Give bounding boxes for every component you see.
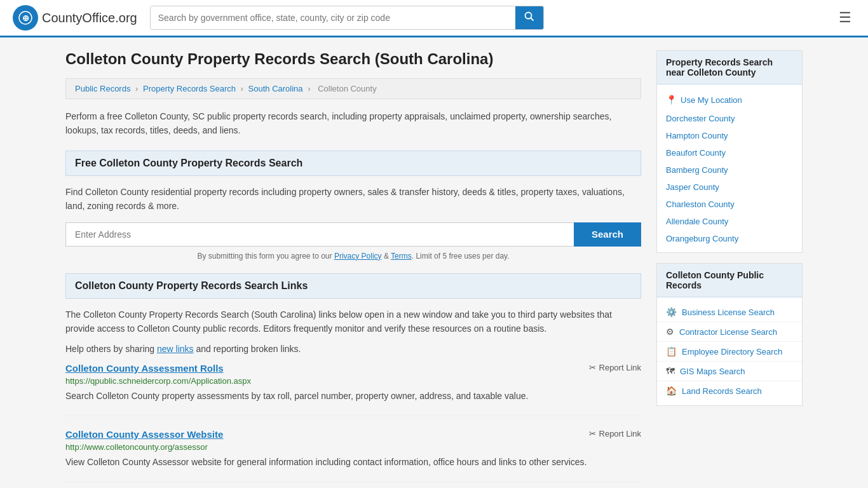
logo-text: CountyOffice.org	[42, 11, 137, 25]
sidebar-item-dorchester[interactable]: Dorchester County	[657, 110, 802, 127]
nearby-section-header: Property Records Search near Colleton Co…	[657, 51, 802, 85]
scissors-icon-2: ✂	[589, 429, 596, 438]
public-records-section: Colleton County Public Records ⚙️ Busine…	[656, 263, 803, 406]
breadcrumb-current: Colleton County	[318, 84, 377, 93]
breadcrumb-public-records[interactable]: Public Records	[75, 84, 130, 93]
links-section: Colleton County Property Records Search …	[65, 273, 641, 482]
link-card-assessment-rolls: Colleton County Assessment Rolls ✂ Repor…	[65, 363, 641, 416]
share-text: Help others by sharing new links and rep…	[65, 342, 641, 356]
links-section-intro: The Colleton County Property Records Sea…	[65, 308, 641, 336]
global-search-bar	[150, 6, 544, 30]
public-records-list: ⚙️ Business License Search ⚙ Contractor …	[657, 297, 802, 405]
public-records-section-header: Colleton County Public Records	[657, 264, 802, 297]
sidebar-item-allendale[interactable]: Allendale County	[657, 213, 802, 230]
global-search-input[interactable]	[151, 6, 515, 29]
sidebar-item-charleston[interactable]: Charleston County	[657, 196, 802, 213]
nearby-list: 📍 Use My Location Dorchester County Hamp…	[657, 85, 802, 252]
svg-point-2	[525, 13, 531, 19]
home-icon: 🏠	[666, 386, 677, 396]
link-url-0[interactable]: https://qpublic.schneidercorp.com/Applic…	[65, 376, 641, 386]
breadcrumb-property-records-search[interactable]: Property Records Search	[143, 84, 236, 93]
gear-icon-1: ⚙️	[666, 307, 677, 317]
sidebar: Property Records Search near Colleton Co…	[656, 50, 803, 488]
terms-link[interactable]: Terms	[391, 252, 412, 261]
address-input[interactable]	[65, 222, 574, 247]
svg-text:⊕: ⊕	[22, 13, 29, 23]
report-link-button-0[interactable]: ✂ Report Link	[589, 363, 641, 372]
link-desc-1: View Colleton County Assessor website fo…	[65, 456, 641, 469]
sidebar-item-jasper[interactable]: Jasper County	[657, 179, 802, 196]
sidebar-item-beaufort[interactable]: Beaufort County	[657, 144, 802, 161]
sidebar-item-hampton[interactable]: Hampton County	[657, 127, 802, 144]
svg-line-3	[531, 18, 533, 21]
page-title: Colleton County Property Records Search …	[65, 50, 641, 68]
pin-icon: 📍	[666, 95, 677, 105]
scissors-icon: ✂	[589, 363, 596, 372]
report-link-button-1[interactable]: ✂ Report Link	[589, 429, 641, 438]
free-search-heading: Free Colleton County Property Records Se…	[65, 151, 641, 176]
map-icon: 🗺	[666, 366, 675, 376]
free-search-description: Find Colleton County residential propert…	[65, 185, 641, 214]
global-search-button[interactable]	[515, 6, 543, 29]
site-header: ⊕ CountyOffice.org ☰	[0, 0, 868, 37]
page-wrap: Colleton County Property Records Search …	[53, 37, 815, 488]
address-search-row: Search	[65, 222, 641, 247]
main-content: Colleton County Property Records Search …	[65, 50, 641, 488]
sidebar-item-contractor-license[interactable]: ⚙ Contractor License Search	[657, 322, 802, 342]
link-card-assessor-website: Colleton County Assessor Website ✂ Repor…	[65, 429, 641, 482]
use-location: 📍 Use My Location	[657, 90, 802, 110]
breadcrumb-south-carolina[interactable]: South Carolina	[248, 84, 303, 93]
logo[interactable]: ⊕ CountyOffice.org	[13, 5, 137, 30]
link-title-assessor-website[interactable]: Colleton County Assessor Website	[65, 429, 223, 440]
use-location-link[interactable]: Use My Location	[681, 95, 742, 105]
free-search-section: Free Colleton County Property Records Se…	[65, 151, 641, 261]
new-links-link[interactable]: new links	[157, 344, 194, 354]
logo-icon: ⊕	[13, 5, 38, 30]
sidebar-item-bamberg[interactable]: Bamberg County	[657, 161, 802, 179]
links-section-heading: Colleton County Property Records Search …	[65, 273, 641, 299]
link-url-1[interactable]: http://www.colletoncounty.org/assessor	[65, 442, 641, 452]
list-icon: 📋	[666, 346, 677, 356]
form-disclaimer: By submitting this form you agree to our…	[65, 252, 641, 261]
privacy-policy-link[interactable]: Privacy Policy	[334, 252, 382, 261]
gear-icon-2: ⚙	[666, 327, 674, 337]
nearby-section: Property Records Search near Colleton Co…	[656, 50, 803, 253]
hamburger-menu-button[interactable]: ☰	[835, 6, 855, 30]
sidebar-item-employee-directory[interactable]: 📋 Employee Directory Search	[657, 342, 802, 362]
breadcrumb: Public Records › Property Records Search…	[65, 78, 641, 99]
page-description: Perform a free Colleton County, SC publi…	[65, 109, 641, 138]
address-search-button[interactable]: Search	[574, 222, 641, 247]
sidebar-item-land-records[interactable]: 🏠 Land Records Search	[657, 381, 802, 400]
link-title-assessment-rolls[interactable]: Colleton County Assessment Rolls	[65, 363, 224, 374]
link-desc-0: Search Colleton County property assessme…	[65, 390, 641, 403]
sidebar-item-business-license[interactable]: ⚙️ Business License Search	[657, 302, 802, 322]
sidebar-item-gis-maps[interactable]: 🗺 GIS Maps Search	[657, 362, 802, 381]
sidebar-item-orangeburg[interactable]: Orangeburg County	[657, 230, 802, 247]
